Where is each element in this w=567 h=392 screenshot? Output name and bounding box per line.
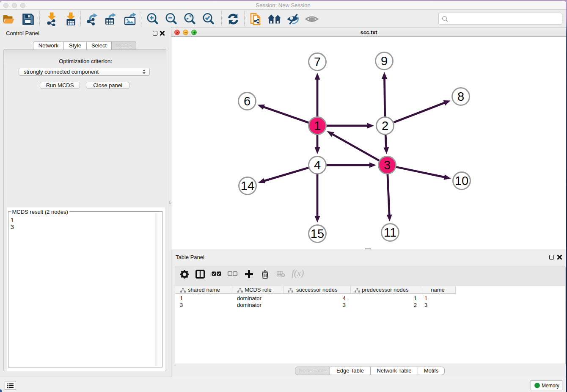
svg-text:10: 10 <box>455 174 468 188</box>
svg-text:2: 2 <box>382 119 388 133</box>
svg-text:8: 8 <box>457 90 464 103</box>
svg-text:14: 14 <box>241 179 254 193</box>
svg-text:11: 11 <box>384 226 396 239</box>
svg-text:9: 9 <box>381 54 388 68</box>
svg-text:7: 7 <box>314 55 321 69</box>
svg-text:6: 6 <box>244 94 250 108</box>
svg-text:4: 4 <box>314 158 321 172</box>
svg-text:1: 1 <box>314 119 321 133</box>
svg-text:15: 15 <box>311 227 324 240</box>
svg-text:3: 3 <box>384 158 391 172</box>
